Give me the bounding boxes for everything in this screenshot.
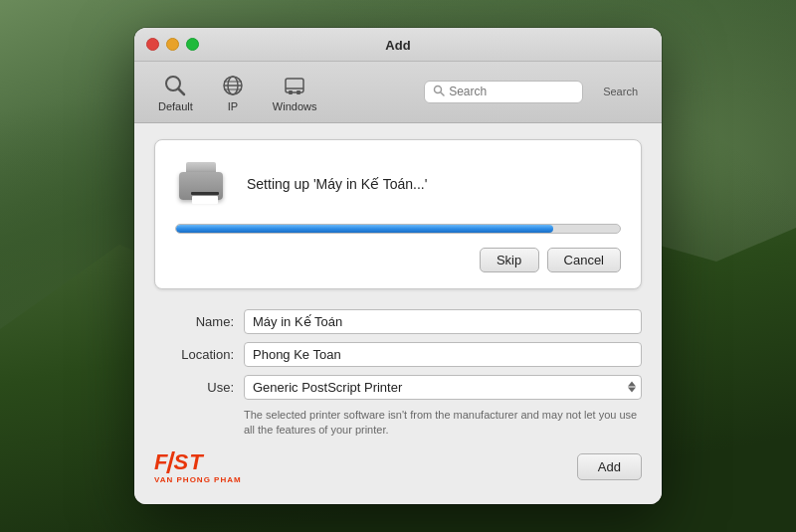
search-tab-label[interactable]: Search: [591, 86, 650, 97]
hint-text: The selected printer software isn't from…: [244, 408, 642, 439]
add-button[interactable]: Add: [577, 453, 642, 480]
cancel-button[interactable]: Cancel: [547, 248, 621, 272]
default-icon: [161, 72, 189, 99]
name-label: Name:: [154, 314, 244, 329]
dialog-body: Setting up 'Máy in Kế Toán...' Skip Canc…: [134, 123, 662, 505]
use-label: Use:: [154, 380, 244, 395]
ip-icon: [219, 72, 247, 99]
dialog-footer: F ST VAN PHONG PHAM Add: [154, 449, 642, 484]
search-wrapper: [424, 81, 583, 103]
ip-label: IP: [228, 100, 238, 112]
toolbar: Default IP: [134, 62, 662, 123]
toolbar-btn-windows[interactable]: Windows: [261, 68, 329, 116]
svg-point-11: [435, 86, 442, 92]
skip-button[interactable]: Skip: [480, 248, 539, 272]
search-icon: [433, 85, 445, 99]
name-row: Name:: [154, 309, 642, 334]
toolbar-btn-ip[interactable]: IP: [205, 68, 261, 116]
svg-rect-7: [286, 79, 303, 92]
fast-logo: F ST VAN PHONG PHAM: [154, 449, 242, 484]
search-input[interactable]: [449, 85, 574, 98]
windows-icon: [281, 72, 308, 99]
traffic-lights: [146, 38, 199, 51]
titlebar: Add: [134, 28, 662, 62]
progress-bar-wrapper: [175, 224, 621, 234]
setup-header: Setting up 'Máy in Kế Toán...': [175, 160, 621, 208]
use-row: Use: Generic PostScript Printer: [154, 375, 642, 400]
add-dialog: Add Default: [134, 28, 662, 505]
printer-top: [186, 162, 216, 172]
minimize-button[interactable]: [166, 38, 179, 51]
svg-rect-9: [289, 90, 293, 94]
close-button[interactable]: [146, 38, 159, 51]
location-input[interactable]: [244, 342, 642, 367]
logo-subtitle: VAN PHONG PHAM: [154, 475, 242, 484]
svg-line-1: [178, 89, 184, 94]
svg-rect-10: [297, 90, 300, 94]
location-label: Location:: [154, 347, 244, 362]
use-select-wrap: Generic PostScript Printer: [244, 375, 642, 400]
toolbar-btn-default[interactable]: Default: [146, 68, 205, 116]
use-select[interactable]: Generic PostScript Printer: [244, 375, 642, 400]
setup-card: Setting up 'Máy in Kế Toán...' Skip Canc…: [154, 139, 642, 289]
name-input[interactable]: [244, 309, 642, 334]
setup-title: Setting up 'Máy in Kế Toán...': [247, 176, 427, 192]
logo-text: F ST: [154, 449, 204, 475]
progress-bar-fill: [176, 225, 553, 233]
printer-slot: [191, 192, 219, 195]
svg-line-12: [441, 92, 444, 95]
windows-label: Windows: [273, 100, 317, 112]
dialog-overlay: Add Default: [0, 0, 796, 532]
logo-st: ST: [173, 449, 203, 475]
setup-footer: Skip Cancel: [175, 248, 621, 272]
toolbar-buttons: Default IP: [146, 68, 328, 116]
printer-icon: [175, 160, 231, 208]
printer-body: [179, 172, 223, 200]
maximize-button[interactable]: [186, 38, 199, 51]
window-title: Add: [150, 38, 646, 61]
printer-paper: [192, 196, 218, 204]
default-label: Default: [158, 100, 193, 112]
location-row: Location:: [154, 342, 642, 367]
